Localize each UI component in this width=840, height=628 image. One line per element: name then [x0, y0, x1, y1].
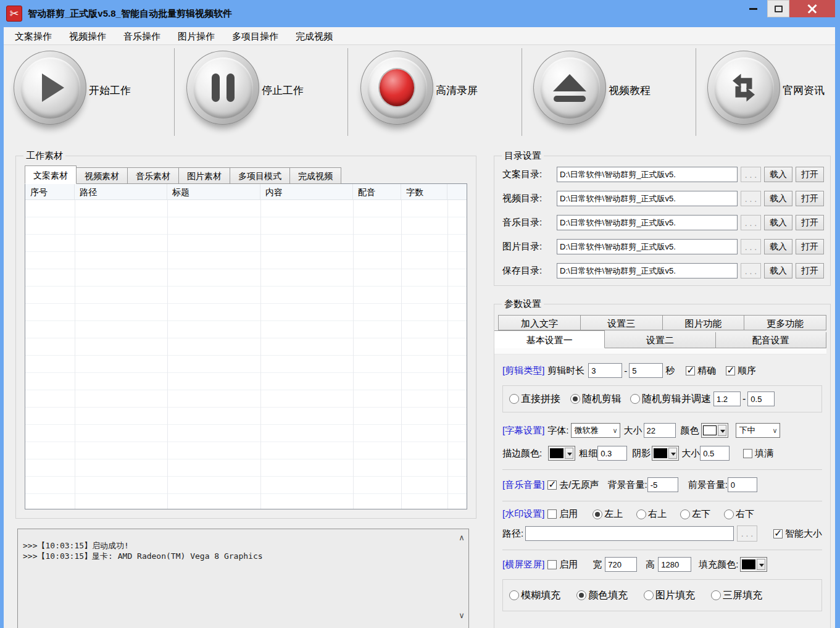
radio-random-clip-speed[interactable]: 随机剪辑并调速 [630, 393, 711, 406]
radio-bottom-right[interactable]: 右下 [724, 508, 754, 520]
close-button[interactable] [789, 0, 835, 17]
copywriting-load-button[interactable]: 载入 [764, 167, 792, 182]
image-load-button[interactable]: 载入 [764, 239, 792, 254]
music-browse-button[interactable]: . . . [741, 215, 761, 230]
video-directory-input[interactable] [557, 191, 738, 206]
font-select[interactable]: 微软雅 [571, 423, 620, 438]
copywriting-open-button[interactable]: 打开 [796, 167, 824, 182]
column-header-wordcount[interactable]: 字数 [401, 184, 447, 199]
smart-size-checkbox[interactable]: 智能大小 [773, 528, 822, 540]
outline-width-input[interactable] [597, 446, 627, 461]
radio-blur-fill[interactable]: 模糊填充 [509, 589, 560, 602]
record-screen-label: 高清录屏 [436, 83, 478, 98]
fill-color-picker[interactable] [740, 557, 767, 572]
record-screen-button[interactable] [360, 51, 433, 125]
eject-icon [553, 74, 586, 102]
menu-image[interactable]: 图片操作 [169, 27, 223, 45]
outline-color-picker[interactable] [548, 446, 575, 461]
official-news-button[interactable] [707, 51, 780, 125]
menu-video[interactable]: 视频操作 [60, 27, 115, 45]
menu-music[interactable]: 音乐操作 [115, 27, 169, 45]
tab-dubbing-settings[interactable]: 配音设置 [716, 332, 826, 348]
maximize-button[interactable] [767, 0, 789, 17]
tab-settings-two[interactable]: 设置二 [605, 332, 715, 348]
copywriting-browse-button[interactable]: . . . [741, 167, 761, 182]
video-open-button[interactable]: 打开 [796, 191, 824, 206]
menu-finished-video[interactable]: 完成视频 [287, 27, 341, 45]
column-header-dubbing[interactable]: 配音 [353, 184, 401, 199]
tab-image-functions[interactable]: 图片功能 [663, 315, 745, 330]
menu-multiproject[interactable]: 多项目操作 [223, 27, 287, 45]
start-work-button[interactable] [14, 51, 86, 125]
music-open-button[interactable]: 打开 [796, 215, 824, 230]
tab-image-material[interactable]: 图片素材 [179, 167, 230, 184]
screen-height-input[interactable] [658, 557, 691, 572]
music-directory-input[interactable] [557, 215, 738, 230]
video-directory-label: 视频目录: [502, 193, 557, 204]
save-directory-input[interactable] [557, 263, 738, 278]
shadow-size-input[interactable] [700, 446, 730, 461]
watermark-browse-button[interactable]: . . . [737, 525, 757, 542]
clip-min-input[interactable] [588, 363, 622, 378]
fill-checkbox[interactable]: 填满 [743, 448, 773, 459]
tab-settings-three[interactable]: 设置三 [581, 315, 663, 330]
scroll-down-icon[interactable] [457, 611, 467, 621]
scroll-up-icon[interactable] [457, 533, 467, 543]
screen-width-input[interactable] [605, 557, 637, 572]
watermark-enable-checkbox[interactable]: 启用 [547, 508, 578, 520]
font-color-picker[interactable] [701, 423, 728, 438]
subtitle-position-select[interactable]: 下中 [736, 423, 780, 438]
accurate-checkbox[interactable]: 精确 [686, 365, 716, 377]
radio-top-right[interactable]: 右上 [636, 508, 667, 520]
tab-basic-settings-one[interactable]: 基本设置一 [494, 330, 605, 348]
menu-copywriting[interactable]: 文案操作 [6, 27, 60, 45]
radio-random-clip[interactable]: 随机剪辑 [570, 393, 622, 406]
tab-more-functions[interactable]: 更多功能 [744, 315, 826, 330]
font-size-input[interactable] [644, 423, 676, 438]
radio-top-left[interactable]: 左上 [593, 508, 623, 520]
title-bar[interactable]: 智动群剪_正式版v5.8_智能自动批量剪辑视频软件 [0, 0, 840, 27]
radio-bottom-left[interactable]: 左下 [680, 508, 710, 520]
speed-max-input[interactable] [747, 391, 775, 406]
watermark-path-input[interactable] [525, 526, 734, 541]
image-directory-input[interactable] [557, 239, 738, 254]
checkbox-icon [743, 449, 752, 458]
tab-finished-video[interactable]: 完成视频 [290, 167, 341, 184]
tab-music-material[interactable]: 音乐素材 [128, 167, 179, 184]
speed-min-input[interactable] [713, 391, 741, 406]
column-header-path[interactable]: 路径 [75, 184, 167, 199]
save-directory-label: 保存目录: [502, 265, 557, 277]
mute-original-checkbox[interactable]: 去/无原声 [547, 479, 599, 491]
bg-volume-input[interactable] [647, 477, 678, 492]
image-open-button[interactable]: 打开 [796, 239, 824, 254]
screen-enable-checkbox[interactable]: 启用 [547, 559, 578, 571]
video-browse-button[interactable]: . . . [741, 191, 761, 206]
app-scissors-icon [6, 6, 22, 22]
radio-image-fill[interactable]: 图片填充 [644, 589, 695, 602]
clip-max-input[interactable] [629, 363, 663, 378]
save-browse-button[interactable]: . . . [741, 263, 761, 278]
video-tutorial-button[interactable] [533, 51, 606, 125]
radio-direct-splice[interactable]: 直接拼接 [509, 393, 560, 406]
radio-triple-screen-fill[interactable]: 三屏填充 [711, 589, 762, 602]
column-header-content[interactable]: 内容 [260, 184, 353, 199]
stop-work-button[interactable] [186, 51, 259, 125]
music-load-button[interactable]: 载入 [764, 215, 792, 230]
image-browse-button[interactable]: . . . [741, 239, 761, 254]
fg-volume-input[interactable] [728, 477, 757, 492]
copywriting-directory-input[interactable] [557, 167, 738, 182]
radio-color-fill[interactable]: 颜色填充 [576, 589, 628, 602]
column-header-title[interactable]: 标题 [167, 184, 260, 199]
tab-copywriting-material[interactable]: 文案素材 [25, 165, 77, 184]
tab-add-text[interactable]: 加入文字 [498, 315, 581, 330]
column-header-index[interactable]: 序号 [25, 184, 75, 199]
save-load-button[interactable]: 载入 [764, 263, 792, 278]
order-checkbox[interactable]: 顺序 [726, 365, 756, 377]
log-console[interactable]: >>>【10:03:15】启动成功! >>>【10:03:15】显卡: AMD … [17, 529, 469, 628]
tab-video-material[interactable]: 视频素材 [77, 167, 128, 184]
video-load-button[interactable]: 载入 [764, 191, 792, 206]
minimize-button[interactable] [739, 0, 767, 17]
save-open-button[interactable]: 打开 [796, 263, 824, 278]
shadow-color-picker[interactable] [652, 446, 679, 461]
tab-multiproject-mode[interactable]: 多项目模式 [230, 167, 290, 184]
